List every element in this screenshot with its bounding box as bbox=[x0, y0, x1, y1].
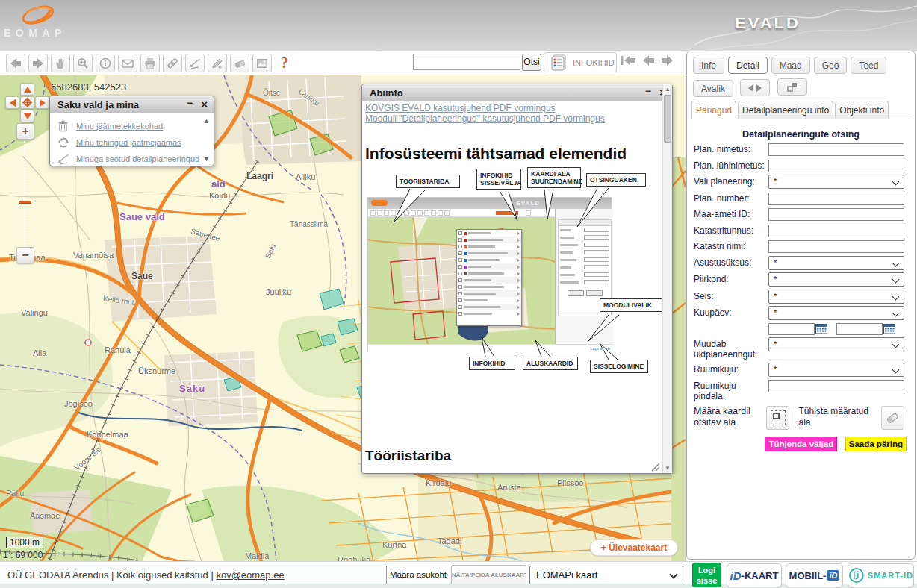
seis-select[interactable]: * bbox=[768, 290, 904, 304]
image-icon bbox=[256, 57, 268, 69]
set-location-label[interactable]: Määra asukoht bbox=[386, 566, 450, 584]
calendar-icon[interactable] bbox=[815, 323, 827, 334]
chevron-down-icon bbox=[892, 310, 900, 317]
tab-objekti-info[interactable]: Objekti info bbox=[835, 101, 889, 119]
prev-icon bbox=[640, 56, 656, 69]
module-info-button[interactable]: Info bbox=[693, 57, 724, 74]
piirkond-select[interactable]: * bbox=[768, 272, 904, 287]
zoom-in-button[interactable]: + bbox=[16, 123, 34, 140]
basemap-select[interactable]: EOMAPi kaart bbox=[529, 566, 683, 584]
saku-panel-header[interactable]: Saku vald ja mina − × bbox=[50, 96, 214, 113]
zoom-slider-handle[interactable] bbox=[19, 201, 31, 204]
image-button[interactable] bbox=[252, 54, 272, 72]
smartid-label: SMART-ID bbox=[868, 571, 913, 580]
tab-detailplaneeringu-info[interactable]: Detailplaneeringu info bbox=[738, 101, 833, 119]
prev-button[interactable] bbox=[640, 54, 657, 71]
abiinfo-minimize-icon[interactable]: − bbox=[645, 85, 651, 97]
send-query-button[interactable]: Saada päring bbox=[845, 437, 907, 451]
calendar-icon[interactable] bbox=[883, 323, 895, 334]
module-avalik-button[interactable]: Avalik bbox=[693, 80, 733, 97]
date-from-input[interactable] bbox=[768, 323, 815, 335]
pan-right-button[interactable] bbox=[35, 96, 49, 109]
mail-icon bbox=[122, 57, 134, 69]
link-button[interactable] bbox=[163, 54, 182, 72]
scrollbar-thumb[interactable] bbox=[664, 95, 671, 143]
module-maad-button[interactable]: Maad bbox=[771, 57, 810, 74]
katastritunnus-input[interactable] bbox=[768, 225, 904, 237]
saku-item-link[interactable]: Minuga seotud detailplaneeringud bbox=[76, 154, 199, 163]
smartid-button[interactable]: SMART-ID bbox=[848, 563, 914, 587]
map-label: Õitse bbox=[263, 89, 280, 97]
info-button[interactable] bbox=[96, 54, 115, 72]
eraser-button[interactable] bbox=[230, 54, 249, 72]
login-button[interactable]: Logisisse bbox=[692, 563, 721, 587]
field-label: Asustusüksus: bbox=[694, 256, 768, 268]
email-link[interactable]: kov@eomap.ee bbox=[216, 569, 284, 581]
pan-up-button[interactable] bbox=[20, 83, 34, 96]
map-label: Üksnurme bbox=[138, 366, 175, 375]
maa-ameti-id-input[interactable] bbox=[768, 208, 904, 221]
field-label: Maa-ameti ID: bbox=[694, 207, 768, 219]
mobiilid-button[interactable]: MOBIIL-iD bbox=[786, 563, 843, 587]
module-geo-button[interactable]: Geo bbox=[814, 57, 848, 74]
forward-button[interactable] bbox=[28, 54, 48, 72]
pan-left-button[interactable] bbox=[5, 96, 19, 109]
ruumikuju-select[interactable]: * bbox=[768, 363, 904, 377]
zoom-out-button[interactable]: − bbox=[16, 247, 34, 263]
next-button[interactable] bbox=[659, 54, 677, 71]
evald-brand: EVALD bbox=[735, 15, 801, 33]
plan-l-hinimetus-input[interactable] bbox=[768, 160, 904, 172]
pan-down-button[interactable] bbox=[20, 110, 34, 122]
zoom-slider[interactable] bbox=[24, 141, 25, 247]
clear-area-button[interactable] bbox=[881, 406, 904, 430]
module-teed-button[interactable]: Teed bbox=[851, 57, 886, 74]
saku-item-link[interactable]: Minu jäätmetekkekohad bbox=[76, 122, 163, 131]
first-button[interactable] bbox=[621, 54, 638, 71]
back-button[interactable] bbox=[6, 54, 25, 72]
saku-panel-item[interactable]: Minu jäätmetekkekohad bbox=[57, 118, 214, 134]
module-detail-button[interactable]: Detail bbox=[728, 57, 768, 74]
map-label: Valingu bbox=[21, 308, 48, 317]
asustus-ksus-select[interactable]: * bbox=[768, 256, 904, 270]
resize-panel-button[interactable] bbox=[777, 78, 807, 96]
app-header: EOMAP EVALD bbox=[0, 0, 917, 51]
katastri-nimi-input[interactable] bbox=[768, 240, 904, 253]
saku-scrollbar[interactable]: ▲ ▼ bbox=[202, 117, 211, 163]
scroll-down-icon[interactable]: ▼ bbox=[665, 465, 671, 472]
saku-panel-item[interactable]: Minu tehingud jäätmejaamas bbox=[57, 134, 214, 151]
tab-p-ringud[interactable]: Päringud bbox=[691, 101, 736, 119]
collapse-panel-button[interactable] bbox=[740, 79, 770, 96]
saku-minimize-icon[interactable]: − bbox=[187, 97, 193, 109]
search-input[interactable] bbox=[413, 54, 520, 70]
pan-hand-button[interactable] bbox=[51, 54, 70, 72]
saku-close-icon[interactable]: × bbox=[201, 98, 208, 110]
plan-nimetus-input[interactable] bbox=[768, 143, 904, 156]
pan-center-button[interactable] bbox=[20, 96, 34, 109]
muudab-ldplaneeringut-select[interactable]: * bbox=[768, 337, 904, 351]
measure-button[interactable] bbox=[185, 54, 205, 72]
abiinfo-header[interactable]: Abiinfo − × bbox=[362, 84, 672, 101]
toggle-basemap-button[interactable]: NÄITA/PEIDA ALUSKAART bbox=[451, 565, 526, 585]
saku-panel-item[interactable]: Minuga seotud detailplaneeringud bbox=[57, 151, 214, 167]
search-button[interactable]: Otsi bbox=[522, 54, 541, 71]
date-to-input[interactable] bbox=[836, 323, 883, 335]
scroll-up-icon[interactable]: ▲ bbox=[203, 117, 210, 125]
vali-planeering-select[interactable]: * bbox=[768, 175, 904, 189]
scroll-down-icon[interactable]: ▼ bbox=[203, 155, 210, 163]
help-button[interactable]: ? bbox=[275, 54, 294, 72]
saku-item-link[interactable]: Minu tehingud jäätmejaamas bbox=[76, 138, 181, 147]
kuup-ev-select[interactable]: * bbox=[768, 306, 904, 320]
select-area-button[interactable] bbox=[766, 406, 789, 430]
mail-button[interactable] bbox=[118, 54, 137, 72]
idcard-button[interactable]: iD-KAART bbox=[727, 563, 782, 587]
scroll-up-icon[interactable]: ▲ bbox=[665, 86, 671, 93]
clear-fields-button[interactable]: Tühjenda väljad bbox=[765, 437, 837, 451]
overview-map-button[interactable]: + Ülevaatekaart bbox=[590, 539, 678, 556]
abiinfo-scrollbar[interactable]: ▲ ▼ bbox=[662, 84, 672, 473]
ruumikuju-pindala-input[interactable] bbox=[768, 380, 904, 392]
layers-button[interactable]: INFOKIHID bbox=[544, 52, 617, 72]
draw-button[interactable] bbox=[208, 54, 227, 72]
print-button[interactable] bbox=[140, 54, 160, 72]
zoom-button[interactable] bbox=[73, 54, 93, 72]
plan-number-input[interactable] bbox=[768, 193, 904, 205]
